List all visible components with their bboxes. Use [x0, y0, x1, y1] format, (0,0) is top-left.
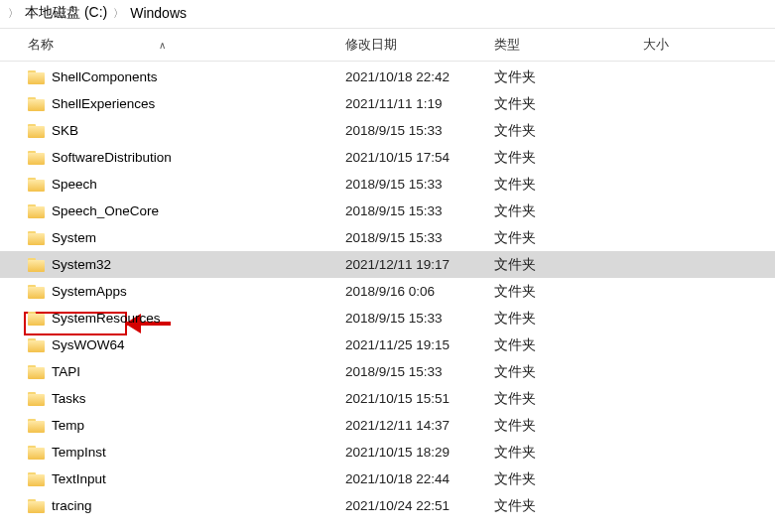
table-row[interactable]: Tasks2021/10/15 15:51文件夹 [0, 385, 775, 412]
folder-icon [28, 203, 46, 218]
file-name: Speech_OneCore [52, 203, 345, 218]
breadcrumb[interactable]: 〉 本地磁盘 (C:) 〉 Windows [0, 0, 775, 28]
file-name: TextInput [52, 471, 345, 486]
file-type: 文件夹 [494, 390, 643, 408]
table-row[interactable]: Speech_OneCore2018/9/15 15:33文件夹 [0, 198, 775, 224]
file-name: SystemApps [52, 284, 345, 299]
file-name: Temp [52, 418, 345, 433]
file-name: SKB [52, 123, 345, 138]
column-header-type[interactable]: 类型 [494, 36, 643, 54]
file-date: 2021/12/11 14:37 [345, 418, 494, 433]
table-row[interactable]: System2018/9/15 15:33文件夹 [0, 224, 775, 251]
file-date: 2021/11/11 1:19 [345, 96, 494, 111]
table-row[interactable]: tracing2021/10/24 22:51文件夹 [0, 492, 775, 519]
column-header-size[interactable]: 大小 [643, 36, 775, 54]
table-row[interactable]: TempInst2021/10/15 18:29文件夹 [0, 439, 775, 466]
folder-icon [28, 177, 46, 192]
folder-icon [28, 150, 46, 165]
file-type: 文件夹 [494, 444, 643, 462]
folder-icon [28, 96, 46, 111]
column-header-name[interactable]: 名称 ∧ [28, 36, 345, 54]
file-date: 2021/10/15 15:51 [345, 391, 494, 406]
file-type: 文件夹 [494, 470, 643, 488]
folder-icon [28, 391, 46, 406]
folder-icon [28, 257, 46, 272]
file-date: 2021/10/24 22:51 [345, 498, 494, 513]
table-row[interactable]: Temp2021/12/11 14:37文件夹 [0, 412, 775, 439]
folder-icon [28, 471, 46, 486]
table-row[interactable]: ShellComponents2021/10/18 22:42文件夹 [0, 64, 775, 90]
file-date: 2021/10/18 22:42 [345, 69, 494, 84]
file-name: TAPI [52, 364, 345, 379]
file-name: Tasks [52, 391, 345, 406]
file-type: 文件夹 [494, 417, 643, 435]
file-date: 2018/9/15 15:33 [345, 364, 494, 379]
table-row[interactable]: ShellExperiences2021/11/11 1:19文件夹 [0, 90, 775, 117]
table-row[interactable]: TextInput2021/10/18 22:44文件夹 [0, 466, 775, 492]
chevron-right-icon: 〉 [113, 6, 124, 21]
breadcrumb-seg-folder[interactable]: Windows [130, 5, 187, 21]
file-date: 2021/11/25 19:15 [345, 337, 494, 352]
file-date: 2018/9/15 15:33 [345, 177, 494, 192]
file-date: 2018/9/15 15:33 [345, 311, 494, 326]
file-name: tracing [52, 498, 345, 513]
file-date: 2021/12/11 19:17 [345, 257, 494, 272]
folder-icon [28, 69, 46, 84]
folder-icon [28, 337, 46, 352]
file-date: 2018/9/15 15:33 [345, 203, 494, 218]
folder-icon [28, 311, 46, 326]
file-type: 文件夹 [494, 497, 643, 515]
folder-icon [28, 418, 46, 433]
table-row[interactable]: SysWOW642021/11/25 19:15文件夹 [0, 332, 775, 358]
table-row[interactable]: Speech2018/9/15 15:33文件夹 [0, 171, 775, 198]
file-name: System [52, 230, 345, 245]
file-name: Speech [52, 177, 345, 192]
file-date: 2018/9/15 15:33 [345, 123, 494, 138]
file-name: ShellExperiences [52, 96, 345, 111]
file-type: 文件夹 [494, 283, 643, 301]
file-list: ShellComponents2021/10/18 22:42文件夹ShellE… [0, 62, 775, 519]
file-type: 文件夹 [494, 202, 643, 220]
file-type: 文件夹 [494, 310, 643, 328]
table-row[interactable]: SoftwareDistribution2021/10/15 17:54文件夹 [0, 144, 775, 171]
file-date: 2021/10/15 17:54 [345, 150, 494, 165]
file-type: 文件夹 [494, 363, 643, 381]
file-date: 2021/10/18 22:44 [345, 471, 494, 486]
folder-icon [28, 284, 46, 299]
column-headers: 名称 ∧ 修改日期 类型 大小 [0, 28, 775, 62]
file-name: ShellComponents [52, 69, 345, 84]
file-name: SystemResources [52, 311, 345, 326]
file-type: 文件夹 [494, 176, 643, 194]
table-row[interactable]: TAPI2018/9/15 15:33文件夹 [0, 358, 775, 385]
file-date: 2021/10/15 18:29 [345, 445, 494, 460]
column-header-date[interactable]: 修改日期 [345, 36, 494, 54]
file-name: TempInst [52, 445, 345, 460]
file-name: SoftwareDistribution [52, 150, 345, 165]
file-type: 文件夹 [494, 95, 643, 113]
file-date: 2018/9/16 0:06 [345, 284, 494, 299]
sort-asc-icon: ∧ [159, 40, 166, 51]
file-type: 文件夹 [494, 336, 643, 354]
folder-icon [28, 230, 46, 245]
breadcrumb-seg-drive[interactable]: 本地磁盘 (C:) [25, 4, 107, 22]
table-row[interactable]: SystemApps2018/9/16 0:06文件夹 [0, 278, 775, 305]
folder-icon [28, 498, 46, 513]
file-type: 文件夹 [494, 122, 643, 140]
folder-icon [28, 445, 46, 460]
file-type: 文件夹 [494, 256, 643, 274]
file-type: 文件夹 [494, 68, 643, 86]
table-row[interactable]: SKB2018/9/15 15:33文件夹 [0, 117, 775, 144]
file-name: SysWOW64 [52, 337, 345, 352]
folder-icon [28, 364, 46, 379]
file-date: 2018/9/15 15:33 [345, 230, 494, 245]
file-type: 文件夹 [494, 149, 643, 167]
chevron-right-icon: 〉 [8, 6, 19, 21]
file-type: 文件夹 [494, 229, 643, 247]
table-row[interactable]: SystemResources2018/9/15 15:33文件夹 [0, 305, 775, 332]
folder-icon [28, 123, 46, 138]
table-row[interactable]: System322021/12/11 19:17文件夹 [0, 251, 775, 278]
file-name: System32 [52, 257, 345, 272]
